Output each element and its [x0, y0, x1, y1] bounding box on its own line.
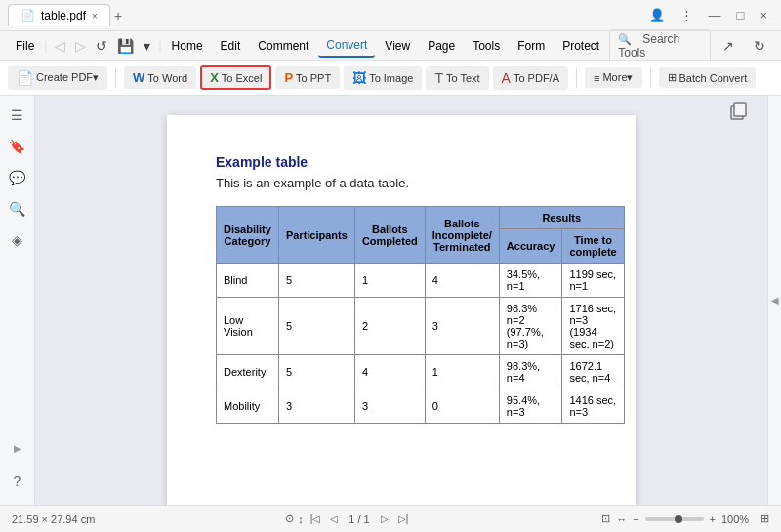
menu-comment[interactable]: Comment — [250, 35, 316, 57]
table-cell: 1 — [354, 264, 425, 298]
to-ppt-button[interactable]: P To PPT — [275, 66, 340, 89]
dropdown-icon[interactable]: ▾ — [142, 36, 152, 56]
table-row: Dexterity54198.3%, n=41672.1 sec, n=4 — [217, 355, 625, 389]
zoom-slider[interactable] — [645, 517, 704, 521]
back-icon[interactable]: ◁ — [53, 36, 67, 56]
help-icon[interactable]: ? — [6, 470, 29, 493]
menu-home[interactable]: Home — [164, 35, 211, 57]
minimize-button[interactable]: — — [703, 6, 727, 24]
menu-form[interactable]: Form — [510, 35, 553, 57]
tab-close-icon[interactable]: × — [92, 11, 98, 21]
menu-edit[interactable]: Edit — [213, 35, 249, 57]
sidebar-layers-icon[interactable]: ◈ — [6, 228, 29, 252]
table-cell: 4 — [354, 355, 425, 389]
back-page-btn[interactable]: ◁ — [327, 512, 341, 525]
menu-convert[interactable]: Convert — [318, 34, 375, 58]
fit-width-icon[interactable]: ↔ — [616, 513, 627, 525]
save-icon[interactable]: 💾 — [115, 36, 136, 56]
zoom-minus[interactable]: − — [633, 513, 638, 525]
menu-bar: File | ◁ ▷ ↺ 💾 ▾ | Home Edit Comment Con… — [0, 31, 781, 61]
toolbar-sep-1 — [115, 68, 116, 88]
table-cell: 1672.1 sec, n=4 — [562, 355, 624, 389]
to-pdfa-button[interactable]: A To PDF/A — [493, 66, 568, 90]
table-cell: 3 — [425, 298, 499, 355]
table-row: Blind51434.5%, n=11199 sec, n=1 — [217, 264, 625, 298]
share-icon[interactable]: ↗ — [715, 34, 742, 58]
scan-icon: ⊙ — [285, 512, 294, 525]
prev-page-btn[interactable]: |◁ — [308, 512, 324, 525]
menu-tools[interactable]: Tools — [465, 35, 508, 57]
refresh-icon[interactable]: ↺ — [94, 36, 109, 56]
page-info: 1 / 1 — [345, 513, 373, 525]
maximize-button[interactable]: □ — [731, 6, 751, 24]
bottom-right: ⊡ ↔ − + 100% ⊞ — [601, 512, 769, 525]
user-icon[interactable]: 👤 — [643, 6, 671, 24]
title-bar: 📄 table.pdf × + 👤 ⋮ — □ × — [0, 0, 781, 31]
table-cell: 3 — [278, 389, 354, 424]
col-disability: DisabilityCategory — [217, 207, 279, 264]
sidebar-search-icon[interactable]: 🔍 — [6, 197, 29, 221]
to-ppt-icon: P — [284, 70, 293, 85]
tab-filename: table.pdf — [41, 9, 86, 22]
table-cell: Dexterity — [217, 355, 279, 389]
tab-table-pdf[interactable]: 📄 table.pdf × — [8, 4, 110, 26]
batch-icon: ⊞ — [668, 71, 677, 84]
table-cell: 95.4%, n=3 — [499, 389, 562, 424]
data-table: DisabilityCategory Participants BallotsC… — [216, 206, 625, 424]
to-text-button[interactable]: T To Text — [426, 66, 488, 90]
svg-rect-1 — [734, 103, 746, 116]
col-ballots-incomplete: BallotsIncomplete/Terminated — [425, 207, 499, 264]
update-icon[interactable]: ↻ — [746, 34, 773, 58]
table-cell: 1716 sec, n=3 (1934 sec, n=2) — [562, 298, 624, 355]
create-pdf-button[interactable]: 📄 Create PDF▾ — [8, 66, 107, 90]
sidebar-comment-icon[interactable]: 💬 — [6, 166, 29, 189]
main-area: ☰ 🔖 💬 🔍 ◈ ▶ ? Example table This is an e… — [0, 96, 781, 505]
right-sidebar-collapse-icon[interactable]: ◀ — [771, 295, 779, 306]
forward-icon[interactable]: ▷ — [73, 36, 88, 56]
menu-protect[interactable]: Protect — [555, 35, 607, 57]
menu-page[interactable]: Page — [420, 35, 463, 57]
bottom-bar: 21.59 × 27.94 cm ⊙ ↕ |◁ ◁ 1 / 1 ▷ ▷| ⊡ ↔… — [0, 505, 781, 532]
create-pdf-icon: 📄 — [17, 70, 33, 86]
to-excel-button[interactable]: X To Excel — [200, 65, 271, 90]
to-word-button[interactable]: W To Word — [124, 66, 196, 89]
menu-view[interactable]: View — [377, 35, 418, 57]
table-cell: 2 — [354, 298, 425, 355]
cursor-icon: ↕ — [298, 513, 304, 525]
to-image-button[interactable]: 🖼 To Image — [344, 66, 422, 90]
more-icon[interactable]: ⋮ — [675, 6, 699, 24]
dimensions-text: 21.59 × 27.94 cm — [12, 513, 95, 525]
sidebar-collapse-icon[interactable]: ▶ — [14, 443, 21, 454]
col-accuracy: Accuracy — [499, 229, 562, 264]
more-icon: ≡ — [594, 72, 599, 84]
table-cell: 1416 sec, n=3 — [562, 389, 624, 424]
table-cell: 1199 sec, n=1 — [562, 264, 624, 298]
menu-file[interactable]: File — [8, 35, 42, 57]
fullscreen-icon[interactable]: ⊞ — [760, 512, 769, 525]
to-image-icon: 🖼 — [352, 70, 366, 86]
to-pdfa-icon: A — [502, 70, 511, 86]
zoom-plus[interactable]: + — [710, 513, 716, 525]
fit-page-icon[interactable]: ⊡ — [601, 512, 610, 525]
to-word-icon: W — [133, 70, 144, 85]
forward-page-btn[interactable]: ▷ — [378, 512, 391, 525]
nav-icons: ◁ ▷ ↺ 💾 ▾ — [53, 36, 152, 56]
sidebar-bookmark-icon[interactable]: 🔖 — [6, 135, 29, 158]
table-body: Blind51434.5%, n=11199 sec, n=1Low Visio… — [217, 264, 625, 424]
more-button[interactable]: ≡ More▾ — [585, 67, 641, 88]
content-area: Example table This is an example of a da… — [35, 96, 767, 505]
copy-page-icon[interactable] — [728, 102, 748, 124]
new-tab-button[interactable]: + — [114, 8, 122, 23]
to-text-icon: T — [434, 70, 443, 86]
search-tools-button[interactable]: 🔍 Search Tools — [609, 29, 711, 62]
close-button[interactable]: × — [754, 6, 773, 24]
right-sidebar[interactable]: ◀ — [767, 96, 781, 505]
table-title: Example table — [216, 154, 587, 170]
sidebar-menu-icon[interactable]: ☰ — [6, 103, 29, 127]
table-cell: 34.5%, n=1 — [499, 264, 562, 298]
table-cell: 0 — [425, 389, 499, 424]
table-row: Low Vision52398.3% n=2 (97.7%, n=3)1716 … — [217, 298, 625, 355]
col-ballots-completed: BallotsCompleted — [354, 207, 425, 264]
last-page-btn[interactable]: ▷| — [395, 512, 412, 525]
batch-convert-button[interactable]: ⊞ Batch Convert — [659, 67, 757, 88]
